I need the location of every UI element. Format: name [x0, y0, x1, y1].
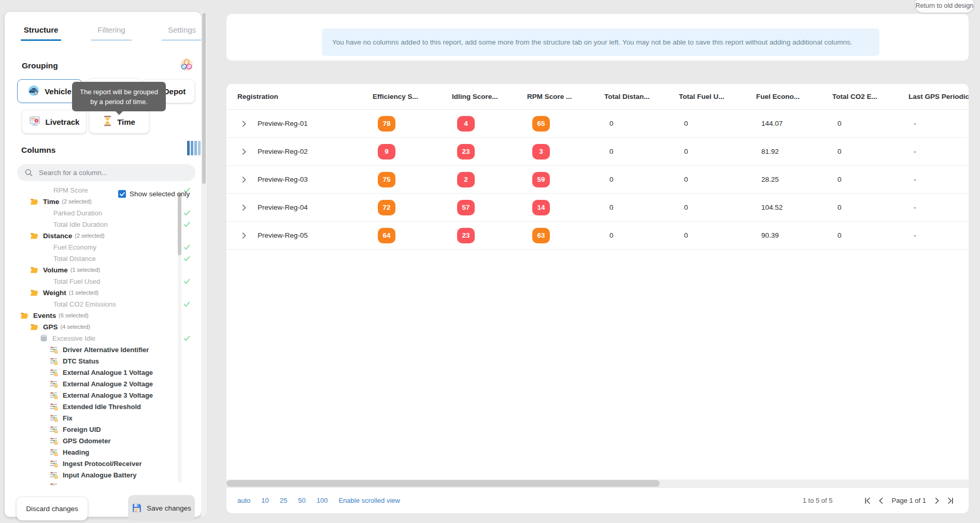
columns-icon[interactable] [187, 141, 201, 155]
tree-leaf-row[interactable]: Fix [17, 412, 196, 424]
tree-leaf-label[interactable]: RPM Score [53, 186, 88, 194]
next-page-button[interactable] [930, 494, 944, 507]
tree-leaf-row[interactable]: External Analogue 3 Voltage [17, 389, 196, 401]
tree-leaf-label[interactable]: Fix [63, 414, 73, 422]
tree-leaf-label[interactable]: Driver Alternative Identifier [63, 346, 149, 354]
row-expand-chevron-icon[interactable] [241, 204, 247, 212]
show-selected-checkbox[interactable] [118, 190, 126, 198]
tree-leaf-row[interactable]: Total CO2 Emissions [17, 298, 196, 310]
field-icon [50, 460, 58, 468]
pagination-bar: auto102550100Enable scrolled view 1 to 5… [226, 487, 969, 513]
tree-leaf-label[interactable]: GPS Odometer [63, 437, 110, 445]
selected-check-icon [183, 244, 190, 250]
tree-leaf-label[interactable]: Input Analogue Battery [63, 471, 137, 479]
tree-leaf-row[interactable]: External Analogue 2 Voltage [17, 378, 196, 389]
tree-leaf-row[interactable]: GPS Odometer [17, 435, 196, 446]
tree-leaf-row[interactable]: External Analogue 1 Voltage [17, 367, 196, 378]
save-icon [132, 503, 142, 513]
tree-leaf-label[interactable]: External Analogue 1 Voltage [63, 369, 153, 376]
tree-folder-label[interactable]: Volume [43, 266, 68, 274]
header-cell-3[interactable]: RPM Score ... [527, 93, 604, 100]
tree-folder-row[interactable]: Volume(1 selected) [17, 264, 196, 275]
last-page-button[interactable] [944, 494, 957, 507]
row-expand-chevron-icon[interactable] [241, 231, 247, 240]
tab-structure[interactable]: Structure [21, 25, 61, 41]
tab-filtering[interactable]: Filtering [91, 25, 132, 41]
page-size-100[interactable]: 100 [317, 497, 328, 504]
page-size-50[interactable]: 50 [298, 497, 305, 504]
header-cell-8[interactable]: Last GPS Periodic [908, 93, 969, 100]
tree-leaf-label[interactable]: Excessive Idle [52, 335, 95, 342]
group-button-livetrack[interactable]: Livetrack [22, 110, 87, 134]
tree-leaf-row[interactable]: Foreign UID [17, 424, 196, 435]
total-distance-cell: 0 [604, 204, 679, 211]
tree-leaf-row[interactable]: Parked Duration [17, 207, 196, 219]
tree-leaf-label[interactable]: Total Idle Duration [53, 221, 108, 228]
tree-leaf-row[interactable]: Total Idle Duration [17, 219, 196, 230]
tree-leaf-label[interactable]: Parked Duration [53, 209, 102, 217]
fuel-economy-cell: 28.25 [756, 176, 832, 183]
tree-folder-row[interactable]: Events(6 selected) [17, 310, 196, 321]
tree-leaf-row[interactable]: DTC Status [17, 355, 196, 367]
tree-leaf-label[interactable]: Total Distance [53, 255, 96, 263]
sidebar-scrollbar-thumb[interactable] [202, 13, 206, 184]
tree-leaf-label[interactable]: Extended Idle Threshold [63, 403, 141, 411]
header-cell-1[interactable]: Efficiency S... [373, 93, 452, 100]
tree-folder-count: (6 selected) [59, 312, 88, 318]
tree-folder-label[interactable]: GPS [43, 323, 58, 331]
tree-leaf-label[interactable]: Foreign UID [63, 426, 101, 433]
header-cell-6[interactable]: Fuel Econo... [756, 93, 832, 100]
tree-leaf-label[interactable]: DTC Status [63, 357, 99, 365]
table-hscrollbar-thumb[interactable] [226, 480, 660, 487]
total-fuel-used-cell: 0 [679, 148, 756, 155]
tree-folder-label[interactable]: Distance [43, 232, 72, 240]
tree-leaf-label[interactable]: External Analogue 3 Voltage [63, 391, 153, 399]
tree-leaf-row[interactable]: Total Fuel Used [17, 275, 196, 287]
tree-leaf-row[interactable]: Input Analogue Battery [17, 469, 196, 481]
row-expand-chevron-icon[interactable] [241, 148, 247, 156]
header-cell-0[interactable]: Registration [226, 93, 373, 100]
tree-folder-label[interactable]: Weight [43, 289, 66, 297]
column-search-input[interactable] [39, 169, 195, 177]
tree-leaf-row[interactable] [17, 481, 196, 486]
tree-folder-row[interactable]: Distance(2 selected) [17, 230, 196, 241]
row-expand-chevron-icon[interactable] [241, 120, 247, 128]
tree-leaf-row[interactable]: Extended Idle Threshold [17, 401, 196, 412]
enable-scrolled-view-link[interactable]: Enable scrolled view [338, 497, 400, 504]
return-old-design-button[interactable]: Return to old design [915, 0, 974, 13]
tree-leaf-label[interactable]: Heading [63, 448, 89, 456]
fuel-economy-cell: 104.52 [756, 204, 832, 211]
tree-folder-row[interactable]: GPS(4 selected) [17, 321, 196, 332]
tree-leaf-label[interactable]: External Analogue 2 Voltage [63, 380, 153, 388]
tree-leaf-label[interactable]: Total Fuel Used [53, 278, 100, 285]
prev-page-button[interactable] [874, 494, 888, 507]
tree-scrollbar-thumb[interactable] [178, 193, 181, 255]
tree-leaf-label[interactable]: Total CO2 Emissions [53, 300, 116, 308]
tab-settings[interactable]: Settings [162, 25, 202, 41]
folder-icon [30, 324, 38, 330]
tree-leaf-row[interactable]: Total Distance [17, 253, 196, 264]
discard-changes-button[interactable]: Discard changes [17, 497, 88, 520]
vehicle-icon [28, 85, 39, 98]
header-cell-2[interactable]: Idling Score... [452, 93, 527, 100]
row-expand-chevron-icon[interactable] [241, 176, 247, 184]
tree-folder-label[interactable]: Events [33, 312, 56, 319]
header-cell-7[interactable]: Total CO2 E... [832, 93, 908, 100]
tree-leaf-row[interactable]: Ingest Protocol/Receiver [17, 458, 196, 469]
tree-folder-label[interactable]: Time [43, 198, 59, 206]
save-changes-button[interactable]: Save changes [128, 495, 195, 521]
header-cell-4[interactable]: Total Distan... [604, 93, 679, 100]
first-page-button[interactable] [861, 494, 874, 507]
tree-folder-row[interactable]: Weight(1 selected) [17, 287, 196, 298]
score-cell: 64 [373, 228, 452, 243]
tree-leaf-row[interactable]: Excessive Idle [17, 332, 196, 344]
tree-leaf-row[interactable]: Fuel Economy [17, 241, 196, 253]
page-size-25[interactable]: 25 [280, 497, 287, 504]
tree-leaf-label[interactable]: Fuel Economy [53, 243, 96, 251]
page-size-auto[interactable]: auto [237, 497, 250, 504]
header-cell-5[interactable]: Total Fuel U... [679, 93, 756, 100]
tree-leaf-label[interactable]: Ingest Protocol/Receiver [63, 460, 141, 468]
tree-leaf-row[interactable]: Driver Alternative Identifier [17, 344, 196, 355]
page-size-10[interactable]: 10 [261, 497, 268, 504]
tree-leaf-row[interactable]: Heading [17, 446, 196, 458]
